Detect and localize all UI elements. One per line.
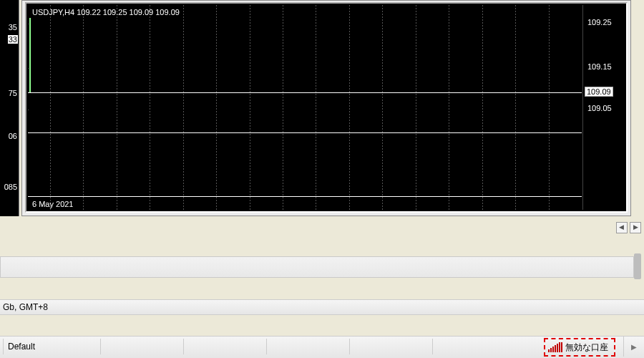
status-cell <box>100 339 184 354</box>
current-price-badge: 109.09 <box>585 87 613 97</box>
status-cell <box>183 339 267 354</box>
connection-status-label: 無効な口座 <box>565 342 608 354</box>
chart-canvas[interactable]: USDJPY,H4 109.22 109.25 109.09 109.09 6 … <box>25 2 628 213</box>
scrollbar-thumb[interactable] <box>634 253 641 279</box>
toolbar-band <box>0 256 634 278</box>
tab-scroll-row: ◀ ▶ <box>0 222 643 233</box>
left-tick: 75 <box>9 89 17 97</box>
candlestick <box>29 18 31 92</box>
price-axis: 109.25 109.15 109.09 109.05 <box>582 5 626 210</box>
chart-plot-area[interactable]: USDJPY,H4 109.22 109.25 109.09 109.09 6 … <box>28 5 582 210</box>
yaxis-tick: 109.25 <box>587 18 612 26</box>
indicator-panel <box>28 132 582 197</box>
status-cell <box>432 339 506 354</box>
yaxis-tick: 109.05 <box>587 104 612 112</box>
connection-bars-icon <box>548 342 562 352</box>
status-cell <box>349 339 433 354</box>
current-price-line <box>28 92 582 93</box>
chart-date-label: 6 May 2021 <box>32 200 73 208</box>
status-cell <box>266 339 350 354</box>
scroll-right-button[interactable]: ▶ <box>630 222 641 233</box>
template-label: Default <box>8 342 35 352</box>
statusbar-scroll-right[interactable]: ▶ <box>623 337 644 357</box>
chart-title: USDJPY,H4 109.22 109.25 109.09 109.09 <box>32 8 180 16</box>
adjacent-chart-fragment: 35 33 75 06 085 <box>0 0 19 216</box>
connection-status-box[interactable]: 無効な口座 <box>544 338 615 357</box>
scroll-left-button[interactable]: ◀ <box>616 222 628 233</box>
template-selector[interactable]: Default <box>3 339 101 354</box>
status-bar: Default 無効な口座 ▶ <box>0 336 644 358</box>
left-price-highlight: 33 <box>7 34 19 44</box>
server-info: Gb, GMT+8 <box>3 302 48 312</box>
chart-window[interactable]: USDJPY,H4 109.22 109.25 109.09 109.09 6 … <box>21 0 631 216</box>
info-row: Gb, GMT+8 <box>0 299 644 315</box>
left-tick: 085 <box>4 183 17 191</box>
left-tick: 35 <box>9 23 17 32</box>
left-tick: 06 <box>9 132 17 140</box>
yaxis-tick: 109.15 <box>587 62 612 71</box>
